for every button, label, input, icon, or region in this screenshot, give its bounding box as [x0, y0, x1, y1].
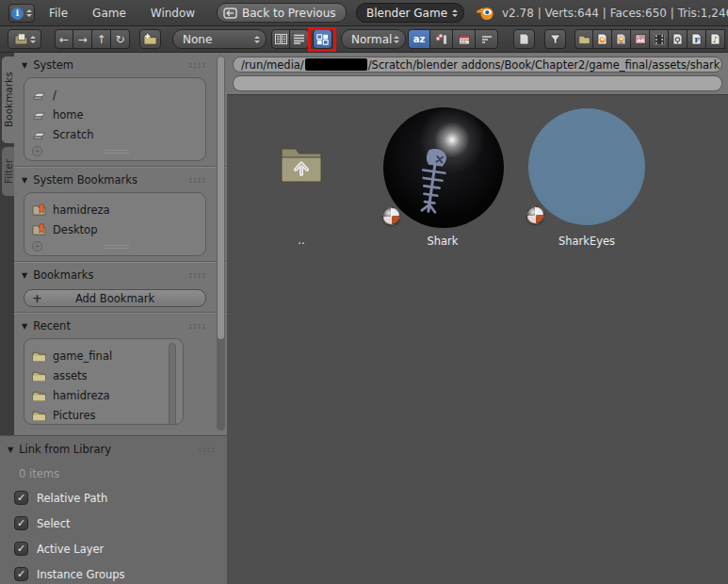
sort-date-button[interactable]: [453, 29, 476, 49]
option-active-layer[interactable]: Active Layer: [14, 541, 227, 557]
filename-field[interactable]: [233, 75, 722, 91]
folder-icon: [32, 390, 46, 401]
list-short-icon: [275, 34, 287, 44]
collapse-triangle-icon: ▼: [8, 446, 13, 454]
sort-mode-dropdown[interactable]: Normal: [341, 29, 406, 49]
filter-folders-button[interactable]: [574, 29, 593, 49]
show-hidden-button[interactable]: [513, 29, 535, 49]
system-item-root[interactable]: /: [32, 85, 200, 105]
system-item-home[interactable]: home: [32, 105, 200, 124]
recent-item-hamidreza[interactable]: hamidreza: [32, 385, 170, 405]
recent-scrollbar[interactable]: [169, 343, 176, 425]
add-item-icon[interactable]: +: [32, 146, 42, 156]
checkbox-checked-icon[interactable]: [14, 542, 28, 556]
sidebar-scrollbar[interactable]: [217, 56, 225, 430]
recent-item-label: assets: [53, 369, 88, 382]
filter-backup-blend-button[interactable]: [612, 29, 631, 49]
menu-file[interactable]: File: [49, 7, 68, 20]
system-bookmark-hamidreza[interactable]: hamidreza: [32, 200, 200, 219]
menu-window[interactable]: Window: [151, 7, 195, 20]
path-band: /run/media//Scratch/blender addons/Book/…: [227, 53, 728, 95]
engine-dropdown[interactable]: Blender Game: [356, 3, 464, 23]
option-relative-path[interactable]: Relative Path: [14, 490, 227, 506]
system-item-scratch[interactable]: Scratch: [32, 124, 200, 144]
create-directory-button[interactable]: [139, 29, 161, 49]
option-select[interactable]: Select: [14, 515, 227, 531]
recent-item-assets[interactable]: assets: [32, 365, 170, 385]
region-tab-strip: Bookmarks Filter: [0, 53, 14, 435]
panel-drag-dots-icon[interactable]: ::::: [189, 60, 206, 70]
system-item-label: /: [53, 89, 57, 102]
operator-panel-header[interactable]: ▼ Link from Library ::::: [8, 441, 216, 458]
panel-drag-dots-icon[interactable]: ::::: [189, 175, 206, 185]
filter-fonts-button[interactable]: F: [688, 29, 706, 49]
display-mode-thumbnails-button[interactable]: [313, 29, 332, 49]
system-directory-dropdown[interactable]: None: [172, 29, 267, 49]
option-label: Active Layer: [37, 543, 104, 556]
resize-handle[interactable]: [42, 245, 190, 249]
checkbox-checked-icon[interactable]: [14, 567, 28, 581]
tab-bookmarks[interactable]: Bookmarks: [2, 57, 14, 143]
panel-drag-dots-icon[interactable]: ::::: [199, 445, 216, 454]
refresh-button[interactable]: ↻: [111, 29, 130, 49]
filter-images-button[interactable]: [631, 29, 650, 49]
panel-drag-dots-icon[interactable]: ::::: [189, 321, 206, 331]
directory-path-field[interactable]: /run/media//Scratch/blender addons/Book/…: [233, 57, 722, 73]
entry-label-shark[interactable]: Shark: [386, 235, 499, 248]
sort-alphabetical-button[interactable]: az: [408, 29, 430, 49]
panel-drag-dots-icon[interactable]: ::::: [189, 270, 206, 280]
back-to-previous-button[interactable]: Back to Previous: [217, 3, 347, 23]
panel-separator: [14, 166, 227, 168]
filter-movies-button[interactable]: [650, 29, 669, 49]
sort-filetype-button[interactable]: [430, 29, 453, 49]
filter-sounds-button[interactable]: ♪: [706, 29, 725, 49]
add-bookmark-button[interactable]: + Add Bookmark: [24, 289, 206, 307]
bookmarks-panel-header[interactable]: ▼ Bookmarks ::::: [22, 267, 206, 284]
spinner-arrows-icon: [452, 9, 458, 17]
system-item-label: home: [53, 108, 84, 122]
option-label: Relative Path: [37, 492, 107, 505]
scene-stats-text: v2.78 | Verts:644 | Faces:650 | Tris:1,2…: [502, 7, 728, 20]
sidebar-scrollbar-thumb[interactable]: [218, 57, 224, 339]
filter-blend-button[interactable]: [593, 29, 612, 49]
items-count-label: 0 items: [19, 467, 227, 480]
sort-size-button[interactable]: [476, 29, 498, 49]
nav-back-button[interactable]: ←: [55, 29, 73, 49]
add-item-icon[interactable]: +: [32, 241, 42, 251]
system-panel-header[interactable]: ▼ System ::::: [22, 57, 206, 73]
display-mode-list-long-button[interactable]: [290, 29, 309, 49]
info-editor-icon: i: [11, 8, 24, 20]
recent-item-game-final[interactable]: game_final: [32, 346, 170, 365]
resize-handle[interactable]: [42, 150, 190, 154]
checkbox-checked-icon[interactable]: [14, 491, 28, 505]
system-bookmark-label: hamidreza: [53, 203, 110, 217]
filter-toggle-button[interactable]: [544, 29, 566, 49]
checkbox-checked-icon[interactable]: [14, 516, 28, 530]
editor-type-selector[interactable]: i: [8, 4, 35, 23]
system-bookmark-desktop[interactable]: Desktop: [32, 219, 200, 239]
parent-folder-icon[interactable]: [279, 143, 324, 187]
filter-scripts-button[interactable]: [669, 29, 688, 49]
file-editor-type-selector[interactable]: [8, 29, 41, 49]
tab-filter[interactable]: Filter: [2, 147, 14, 196]
nav-parent-button[interactable]: ↑: [92, 29, 111, 49]
display-mode-list-short-button[interactable]: [271, 29, 290, 49]
collapse-triangle-icon: ▼: [22, 61, 27, 70]
material-preview-shark[interactable]: [383, 107, 504, 228]
nav-forward-button[interactable]: →: [73, 29, 92, 49]
entry-label-parent[interactable]: ..: [245, 234, 358, 247]
disk-drive-icon: [32, 89, 46, 101]
script-file-icon: [672, 33, 683, 45]
menu-game[interactable]: Game: [92, 7, 126, 20]
file-list-area[interactable]: .. Shark SharkEyes: [227, 95, 728, 584]
calendar-icon: [459, 34, 470, 45]
option-instance-groups[interactable]: Instance Groups: [14, 566, 227, 582]
option-label: Instance Groups: [37, 568, 125, 581]
recent-panel-header[interactable]: ▼ Recent ::::: [22, 317, 206, 334]
material-preview-sharkeyes[interactable]: [528, 108, 645, 225]
font-file-icon: F: [691, 33, 702, 45]
svg-text:F: F: [694, 35, 700, 44]
system-bookmarks-panel-header[interactable]: ▼ System Bookmarks ::::: [22, 171, 206, 188]
recent-item-pictures[interactable]: Pictures: [32, 405, 170, 425]
entry-label-sharkeyes[interactable]: SharkEyes: [530, 235, 643, 248]
